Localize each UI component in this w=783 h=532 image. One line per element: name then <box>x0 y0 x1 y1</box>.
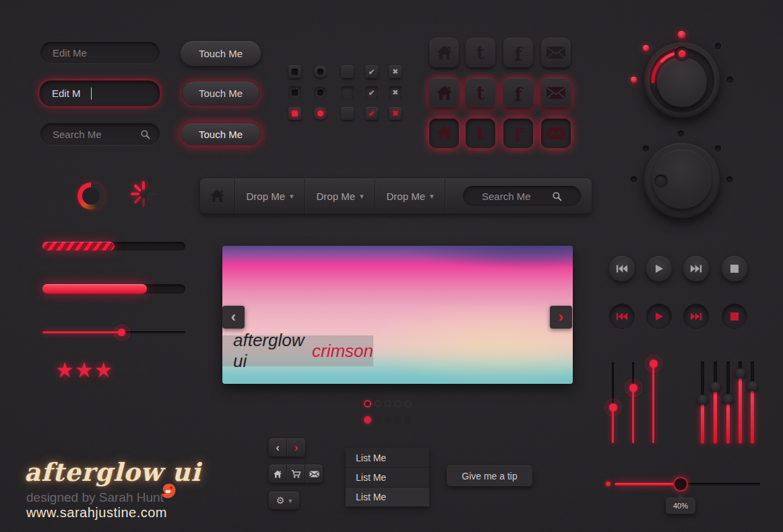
pager-prev-button[interactable]: ‹ <box>269 438 286 457</box>
carousel-next-button[interactable]: › <box>550 306 572 329</box>
radio-checked-pressed[interactable] <box>314 86 327 99</box>
checkbox-checked-red[interactable] <box>288 107 301 120</box>
edit-me-input-focused[interactable] <box>39 80 160 106</box>
checkbox-empty-2[interactable] <box>341 107 354 120</box>
home-social-button-hover[interactable] <box>429 78 459 108</box>
navbar-home-button[interactable] <box>200 178 234 213</box>
edit-me-input-field[interactable] <box>40 47 160 59</box>
navbar-dropdown-2[interactable]: Drop Me ▾ <box>305 178 375 213</box>
slider-start-dot <box>606 481 610 486</box>
settings-dropdown-button[interactable]: ⚙ ▾ <box>269 492 299 509</box>
navbar-dropdown-3[interactable]: Drop Me ▾ <box>375 178 445 213</box>
check-icon: ✔ <box>368 89 375 97</box>
checkbox-checked[interactable] <box>288 65 301 78</box>
spinner-ray <box>142 181 145 190</box>
search-icon[interactable] <box>140 129 150 139</box>
page-dot[interactable] <box>384 400 392 407</box>
home-social-button[interactable] <box>429 38 459 67</box>
vslider-thumb[interactable] <box>609 403 617 411</box>
previous-icon <box>616 264 628 273</box>
stop-button-pressed[interactable] <box>722 304 747 329</box>
next-button[interactable] <box>683 256 709 281</box>
edit-me-focused-field[interactable] <box>40 88 90 99</box>
knob-base <box>644 42 720 118</box>
page-dot[interactable] <box>404 416 412 424</box>
previous-button-pressed[interactable] <box>609 304 635 329</box>
radio-checked-red[interactable] <box>314 107 327 120</box>
home-button[interactable] <box>269 465 286 483</box>
pager-next-button[interactable]: › <box>287 438 305 457</box>
checkbox-cross-pressed[interactable]: ✖ <box>389 86 402 99</box>
search-me-input[interactable] <box>40 123 160 145</box>
touch-me-button-active[interactable]: Touch Me <box>181 123 261 145</box>
eq-knob[interactable] <box>697 395 708 405</box>
touch-me-button-hover[interactable]: Touch Me <box>182 81 259 106</box>
page-dot[interactable] <box>384 416 392 424</box>
stop-button[interactable] <box>722 256 747 281</box>
facebook-social-button-hover[interactable]: f <box>503 78 533 108</box>
page-dot[interactable] <box>374 416 381 424</box>
star-icon-filled[interactable]: ★ <box>75 360 94 380</box>
eq-knob[interactable] <box>735 368 745 378</box>
knob-dial[interactable] <box>652 149 712 209</box>
play-button-pressed[interactable] <box>646 304 672 329</box>
knob-led-off <box>678 131 684 137</box>
touch-me-button[interactable]: Touch Me <box>181 41 261 66</box>
carousel-prev-button[interactable]: ‹ <box>222 306 245 329</box>
checkbox-empty-pressed[interactable] <box>341 86 354 99</box>
page-dot[interactable] <box>404 400 412 407</box>
navbar-dropdown-1[interactable]: Drop Me ▾ <box>235 178 305 213</box>
twitter-social-button-pressed[interactable]: t <box>466 119 495 148</box>
radio-checked[interactable] <box>314 65 327 78</box>
slider-thumb[interactable] <box>118 329 125 336</box>
slider-thumb[interactable] <box>673 477 688 492</box>
cart-button[interactable] <box>287 465 305 483</box>
image-carousel[interactable]: ‹ › afterglow ui crimson <box>222 246 573 384</box>
checkbox-check[interactable]: ✔ <box>365 65 378 78</box>
vslider-thumb[interactable] <box>629 384 637 392</box>
mail-button[interactable] <box>305 465 323 483</box>
mail-social-button[interactable] <box>541 38 571 67</box>
vslider-thumb[interactable] <box>650 360 658 368</box>
checkbox-check-red[interactable]: ✔ <box>365 107 378 120</box>
page-dot[interactable] <box>374 400 381 407</box>
play-button[interactable] <box>646 256 672 281</box>
checkbox-cross[interactable]: ✖ <box>389 65 402 78</box>
eq-knob[interactable] <box>710 382 720 392</box>
next-button-pressed[interactable] <box>683 304 709 329</box>
page-dot-active[interactable] <box>364 416 371 424</box>
star-icon-empty[interactable]: ★ <box>133 360 152 380</box>
search-icon[interactable] <box>552 191 562 201</box>
twitter-social-button-hover[interactable]: t <box>466 78 495 108</box>
checkbox-check-pressed[interactable]: ✔ <box>365 86 378 99</box>
list-item[interactable]: List Me <box>346 448 429 467</box>
home-social-button-pressed[interactable] <box>429 119 459 148</box>
mail-social-button-hover[interactable] <box>541 78 571 108</box>
check-icon: ✔ <box>368 110 375 118</box>
twitter-social-button[interactable]: t <box>466 38 495 67</box>
checkbox-checked-pressed[interactable] <box>288 86 301 99</box>
mail-social-button-pressed[interactable] <box>541 119 571 148</box>
checkbox-cross-red[interactable]: ✖ <box>389 107 402 120</box>
play-icon <box>655 264 664 273</box>
star-icon-filled[interactable]: ★ <box>55 360 74 380</box>
checkbox-empty[interactable] <box>341 65 354 78</box>
facebook-social-button-pressed[interactable]: f <box>503 119 533 148</box>
previous-button[interactable] <box>609 256 635 281</box>
list-item-hover[interactable]: List Me <box>346 487 429 506</box>
star-icon-empty[interactable]: ★ <box>113 360 132 380</box>
eq-knob[interactable] <box>723 394 733 404</box>
search-me-input-field[interactable] <box>40 129 140 140</box>
eq-knob[interactable] <box>747 381 757 391</box>
twitter-icon: t <box>476 125 484 143</box>
slider-value-text: 40% <box>673 502 688 510</box>
page-dot[interactable] <box>394 416 402 424</box>
page-dot[interactable] <box>394 400 402 407</box>
navbar-search[interactable] <box>463 186 581 206</box>
star-icon-filled[interactable]: ★ <box>94 360 113 380</box>
page-dot-active[interactable] <box>364 400 371 407</box>
list-item[interactable]: List Me <box>346 467 429 487</box>
facebook-social-button[interactable]: f <box>503 38 533 67</box>
edit-me-input[interactable] <box>40 42 160 63</box>
navbar-search-field[interactable] <box>463 191 551 202</box>
